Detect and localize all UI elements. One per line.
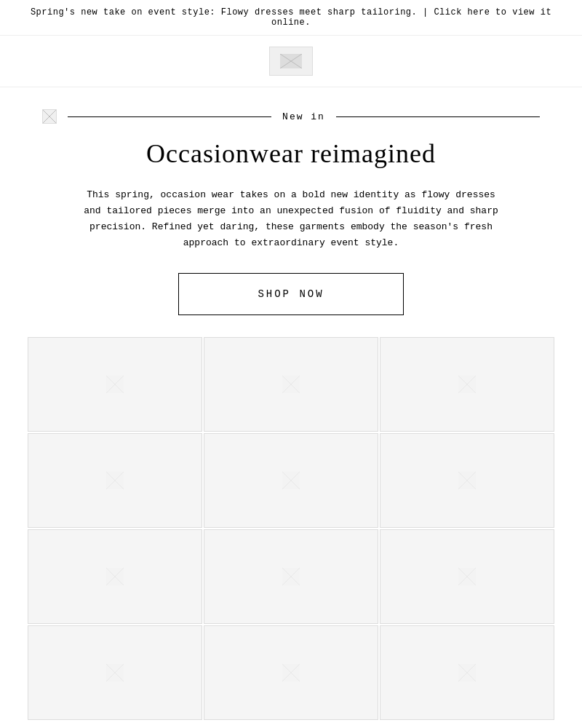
new-in-bar-1: New in: [15, 109, 567, 124]
product-image-3b[interactable]: [380, 433, 554, 528]
new-in-line-left-1: [68, 116, 271, 117]
logo: [269, 47, 313, 76]
product-image-2b[interactable]: [204, 433, 378, 528]
occasionwear-body: This spring, occasion wear takes on a bo…: [80, 187, 502, 251]
banner-text: Spring's new take on event style: Flowy …: [31, 7, 551, 28]
occasionwear-title: Occasionwear reimagined: [15, 138, 567, 169]
product-column-3: [380, 337, 554, 720]
occasionwear-section: New in Occasionwear reimagined This spri…: [0, 87, 582, 337]
product-column-1: [28, 337, 202, 720]
new-in-line-right-1: [336, 116, 540, 117]
new-in-icon-1: [42, 109, 57, 124]
logo-bar: [0, 36, 582, 87]
shop-now-button-1[interactable]: SHOP NOW: [178, 273, 404, 315]
product-image-3c[interactable]: [380, 529, 554, 624]
product-image-1a[interactable]: [28, 337, 202, 432]
new-in-label-1: New in: [282, 111, 325, 122]
product-image-2d[interactable]: [204, 625, 378, 720]
product-grid-1: [0, 337, 582, 728]
product-image-2a[interactable]: [204, 337, 378, 432]
product-image-1c[interactable]: [28, 529, 202, 624]
product-image-3a[interactable]: [380, 337, 554, 432]
product-image-3d[interactable]: [380, 625, 554, 720]
product-column-2: [204, 337, 378, 720]
top-banner: Spring's new take on event style: Flowy …: [0, 0, 582, 36]
product-image-2c[interactable]: [204, 529, 378, 624]
product-image-1d[interactable]: [28, 625, 202, 720]
product-image-1b[interactable]: [28, 433, 202, 528]
